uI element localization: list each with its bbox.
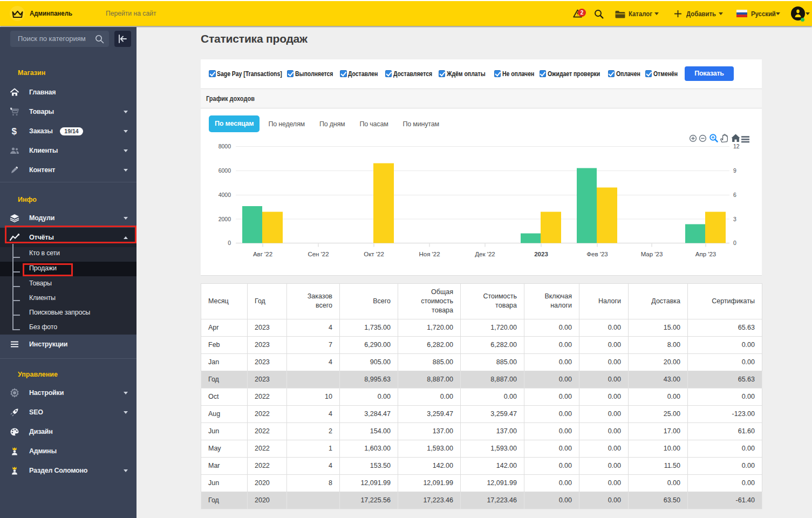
- svg-text:2000: 2000: [219, 216, 231, 222]
- svg-text:Дек '22: Дек '22: [475, 251, 495, 257]
- svg-text:Апр '23: Апр '23: [695, 251, 716, 257]
- svg-text:Фев '23: Фев '23: [586, 251, 608, 257]
- svg-text:8000: 8000: [219, 143, 231, 149]
- svg-text:Авг '22: Авг '22: [253, 251, 272, 257]
- svg-text:2023: 2023: [534, 251, 548, 257]
- svg-text:3: 3: [733, 216, 736, 222]
- svg-text:0: 0: [733, 240, 736, 246]
- svg-text:Сен '22: Сен '22: [308, 251, 329, 257]
- svg-text:12: 12: [733, 143, 740, 149]
- svg-text:Ноя '22: Ноя '22: [419, 251, 440, 257]
- svg-text:6: 6: [733, 192, 736, 198]
- svg-text:$: $: [12, 126, 17, 136]
- svg-text:0: 0: [228, 240, 231, 246]
- svg-text:Окт '22: Окт '22: [364, 251, 384, 257]
- svg-text:9: 9: [733, 167, 736, 174]
- svg-text:4000: 4000: [219, 192, 231, 198]
- svg-text:Мар '23: Мар '23: [641, 251, 663, 257]
- svg-text:6000: 6000: [219, 167, 231, 174]
